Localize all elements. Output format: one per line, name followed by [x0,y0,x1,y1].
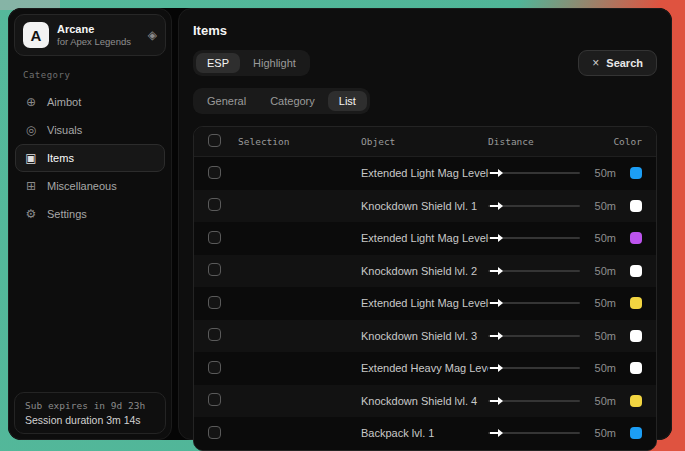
object-name: Extended Light Mag Level 2 [361,167,488,179]
color-swatch[interactable] [630,330,642,342]
crosshair-icon: ⊕ [24,95,38,109]
table-row: Knockdown Shield lvl. 1 50m [194,190,656,223]
distance-slider[interactable] [488,395,580,407]
distance-slider[interactable] [488,362,580,374]
distance-value: 50m [592,395,616,407]
distance-slider[interactable] [488,232,580,244]
table-row: Extended Light Mag Level 2 50m [194,157,656,190]
search-button-label: Search [606,57,643,69]
sidebar-item-visuals[interactable]: ◎ Visuals [15,116,165,144]
table-row: Knockdown Shield lvl. 4 50m [194,385,656,418]
pin-icon[interactable]: ◈ [148,28,157,42]
tab-general[interactable]: General [196,91,257,111]
sidebar-item-settings[interactable]: ⚙ Settings [15,200,165,228]
header-selection: Selection [238,136,361,147]
table-row: Extended Heavy Mag Level 1 50m [194,352,656,385]
color-swatch[interactable] [630,395,642,407]
distance-slider[interactable] [488,330,580,342]
header-distance: Distance [488,136,616,147]
tab-esp[interactable]: ESP [196,53,240,73]
object-name: Knockdown Shield lvl. 1 [361,200,488,212]
distance-value: 50m [592,362,616,374]
sidebar-item-label: Items [47,152,74,164]
color-swatch[interactable] [630,297,642,309]
distance-slider[interactable] [488,167,580,179]
row-checkbox[interactable] [208,296,221,309]
app-logo: A [23,22,49,48]
sub-expires-text: Sub expires in 9d 23h [25,400,155,411]
color-swatch[interactable] [630,200,642,212]
sidebar-item-label: Settings [47,208,87,220]
row-checkbox[interactable] [208,198,221,211]
row-checkbox[interactable] [208,263,221,276]
distance-slider[interactable] [488,200,580,212]
sidebar-item-items[interactable]: ▣ Items [15,144,165,172]
table-row: Extended Light Mag Level 4 50m [194,287,656,320]
toolbar: ESP Highlight × Search [193,50,657,76]
sidebar-item-label: Miscellaneous [47,180,117,192]
table-body: Extended Light Mag Level 2 50m Knockdown… [194,157,656,450]
sidebar-item-label: Aimbot [47,96,81,108]
session-duration-text: Session duration 3m 14s [25,414,155,426]
search-button[interactable]: × Search [578,50,657,76]
distance-slider[interactable] [488,427,580,439]
distance-value: 50m [592,330,616,342]
header-object: Object [361,136,488,147]
app-name: Arcane [57,23,140,36]
object-name: Extended Light Mag Level 4 [361,297,488,309]
slider-thumb[interactable] [490,237,498,239]
sidebar-item-aimbot[interactable]: ⊕ Aimbot [15,88,165,116]
app-header-card: A Arcane for Apex Legends ◈ [14,14,166,56]
distance-value: 50m [592,167,616,179]
row-checkbox[interactable] [208,361,221,374]
distance-slider[interactable] [488,265,580,277]
table-row: Backpack lvl. 1 50m [194,417,656,450]
session-info-card: Sub expires in 9d 23h Session duration 3… [14,392,166,434]
slider-thumb[interactable] [490,400,498,402]
object-name: Backpack lvl. 1 [361,427,488,439]
gear-icon: ⚙ [24,207,38,221]
box-icon: ▣ [24,151,38,165]
object-name: Extended Heavy Mag Level 1 [361,362,488,374]
slider-thumb[interactable] [490,205,498,207]
table-row: Knockdown Shield lvl. 3 50m [194,320,656,353]
row-checkbox[interactable] [208,328,221,341]
slider-thumb[interactable] [490,367,498,369]
tab-highlight[interactable]: Highlight [242,53,307,73]
app-subtitle: for Apex Legends [57,36,140,47]
tab-category[interactable]: Category [259,91,326,111]
slider-thumb[interactable] [490,335,498,337]
slider-thumb[interactable] [490,172,498,174]
items-table: Selection Object Distance Color Extended… [193,126,657,451]
sidebar-nav: ⊕ Aimbot ◎ Visuals ▣ Items ⊞ Miscellaneo… [9,88,171,228]
arcane-window: A Arcane for Apex Legends ◈ Category ⊕ A… [8,8,672,440]
grid-icon: ⊞ [24,179,38,193]
search-x-icon: × [592,56,599,70]
select-all-checkbox[interactable] [208,134,221,147]
row-checkbox[interactable] [208,166,221,179]
color-swatch[interactable] [630,232,642,244]
color-swatch[interactable] [630,265,642,277]
distance-slider[interactable] [488,297,580,309]
mode-tab-group: ESP Highlight [193,50,310,76]
object-name: Extended Light Mag Level 3 [361,232,488,244]
color-swatch[interactable] [630,167,642,179]
row-checkbox[interactable] [208,393,221,406]
header-color: Color [613,136,642,147]
color-swatch[interactable] [630,427,642,439]
page-title: Items [193,23,657,38]
row-checkbox[interactable] [208,426,221,439]
slider-thumb[interactable] [490,432,498,434]
sidebar-item-label: Visuals [47,124,82,136]
distance-value: 50m [592,297,616,309]
tab-list[interactable]: List [328,91,367,111]
desktop-background: A Arcane for Apex Legends ◈ Category ⊕ A… [0,0,685,451]
distance-value: 50m [592,200,616,212]
row-checkbox[interactable] [208,231,221,244]
distance-value: 50m [592,427,616,439]
slider-thumb[interactable] [490,302,498,304]
slider-thumb[interactable] [490,270,498,272]
color-swatch[interactable] [630,362,642,374]
sidebar-item-miscellaneous[interactable]: ⊞ Miscellaneous [15,172,165,200]
table-header: Selection Object Distance Color [194,127,656,157]
